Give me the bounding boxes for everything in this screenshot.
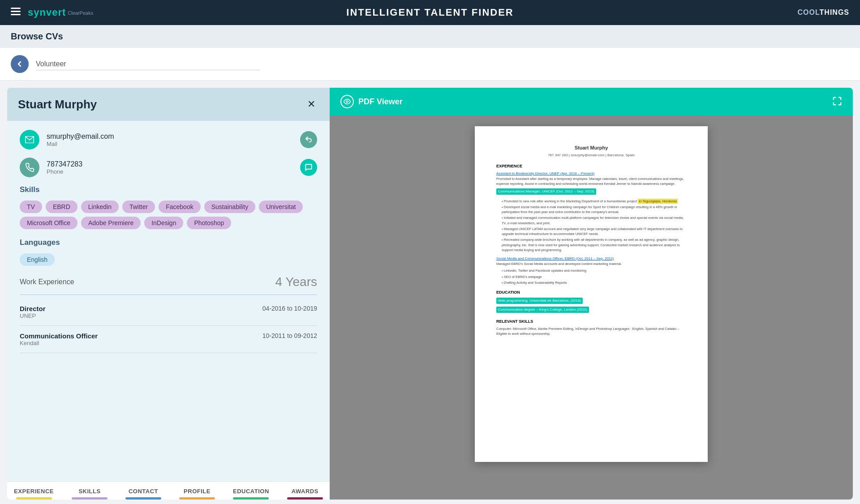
skill-tag: Linkedin: [81, 201, 119, 213]
skill-tag: InDesign: [144, 217, 183, 229]
reply-button[interactable]: [300, 131, 317, 148]
pdf-bullet: Initiated and managed communication mult…: [496, 215, 686, 226]
tab-contact[interactable]: CONTACT: [116, 485, 170, 500]
close-button[interactable]: ✕: [304, 97, 319, 112]
browse-title: Browse CVs: [11, 31, 63, 41]
email-icon: [20, 130, 39, 149]
skill-tag: TV: [20, 201, 42, 213]
pdf-eye-icon: [340, 95, 354, 108]
skill-tag: Twitter: [122, 201, 155, 213]
tab-label: PROFILE: [184, 488, 211, 495]
pdf-bullet: Linkedin, Twitter and Facebook updates a…: [496, 268, 686, 273]
menu-icon[interactable]: [11, 8, 21, 18]
tab-profile[interactable]: PROFILE: [170, 485, 224, 500]
tab-bar: [16, 497, 52, 500]
email-info: smurphy@email.com Mail: [47, 132, 317, 147]
work-exp-years: 4 Years: [275, 275, 317, 289]
tab-bar: [233, 497, 269, 500]
pdf-edu1: Web programming, Universitat de Barcelon…: [496, 298, 583, 304]
chat-button[interactable]: [300, 159, 317, 176]
header: synvert ClearPeaks INTELLIGENT TALENT FI…: [0, 0, 860, 25]
language-tag: English: [20, 253, 55, 266]
pdf-bullet: Drafting Activity and Sustainability Rep…: [496, 280, 686, 285]
tab-awards[interactable]: AWARDS: [278, 485, 330, 500]
tab-bar: [179, 497, 215, 500]
job-dates: 04-2016 to 10-2019: [262, 305, 317, 312]
skill-tag: EBRD: [46, 201, 77, 213]
tab-label: SKILLS: [78, 488, 100, 495]
job-info: Director UNEP: [20, 305, 46, 319]
pdf-doc-name: Stuart Murphy: [496, 144, 686, 152]
jobs-container: Director UNEP 04-2016 to 10-2019 Communi…: [20, 299, 317, 353]
skill-tag: Adobe Premiere: [81, 217, 141, 229]
pdf-job1-desc: Promoted to Assistant after starting as …: [496, 176, 686, 187]
pdf-job2-desc: Managed EBRD's Social Media accounts and…: [496, 261, 686, 266]
svg-point-3: [15, 60, 24, 68]
pdf-header: PDF Viewer: [330, 88, 853, 115]
cv-panel: Stuart Murphy ✕ smurphy@email.com Mail: [7, 88, 330, 500]
pdf-bullet: Developed social media and e-mail market…: [496, 205, 686, 215]
pdf-relevant-title: RELEVANT SKILLS: [496, 319, 686, 325]
tab-bar: [287, 497, 323, 500]
pdf-relevant-text: Computer: Microsoft Office, Adobe Premie…: [496, 326, 686, 337]
logo: synvert ClearPeaks: [28, 7, 93, 18]
logo-text: synvert: [28, 7, 66, 18]
skill-tag: Photoshop: [187, 217, 231, 229]
pdf-title: PDF Viewer: [358, 97, 403, 107]
skill-tag: Microsoft Office: [20, 217, 77, 229]
pdf-body: Stuart Murphy 787 347 283 | smurphy@emai…: [330, 115, 853, 500]
tab-bar: [72, 497, 108, 500]
search-input[interactable]: [36, 58, 260, 70]
pdf-expand-button[interactable]: [832, 96, 842, 107]
coolthings-cool: COOL: [798, 9, 820, 16]
cv-panel-header: Stuart Murphy ✕: [7, 88, 330, 121]
job-info: Communications Officer Kendall: [20, 332, 98, 346]
pdf-panel: PDF Viewer Stuart Murphy 787 347 283 | s…: [330, 88, 853, 500]
phone-icon: [20, 158, 39, 177]
logo-sub: ClearPeaks: [68, 10, 93, 16]
job-dates: 10-2011 to 09-2012: [262, 332, 317, 339]
cv-body: smurphy@email.com Mail 787347283: [7, 121, 330, 481]
tab-label: CONTACT: [129, 488, 158, 495]
pdf-document: Stuart Murphy 787 347 283 | smurphy@emai…: [475, 126, 708, 462]
pdf-job1-title: Assistant to Biodiversity Director, UNEP…: [496, 171, 686, 176]
languages-container: English: [20, 253, 317, 266]
svg-point-4: [346, 101, 348, 103]
tab-experience[interactable]: EXPERIENCE: [7, 485, 63, 500]
tab-skills[interactable]: SKILLS: [63, 485, 116, 500]
job-row: Director UNEP 04-2016 to 10-2019: [20, 299, 317, 326]
coolthings-things: THINGS: [820, 9, 849, 16]
work-exp-title: Work Experience: [20, 278, 74, 286]
cv-name: Stuart Murphy: [18, 98, 97, 111]
skills-container: TVEBRDLinkedinTwitterFacebookSustainabil…: [20, 201, 317, 229]
main-content: Stuart Murphy ✕ smurphy@email.com Mail: [0, 81, 860, 504]
job-company: Kendall: [20, 340, 98, 346]
phone-info: 787347283 Phone: [47, 160, 317, 175]
email-value: smurphy@email.com: [47, 132, 317, 141]
bottom-tabs: EXPERIENCESKILLSCONTACTPROFILEEDUCATIONA…: [7, 481, 330, 500]
pdf-bullet: Promoted to new role after working in th…: [496, 199, 686, 204]
pdf-bullets-1: Promoted to new role after working in th…: [496, 199, 686, 253]
pdf-job1-highlight: Communications Manager, UNICEF (Oct. 201…: [496, 188, 596, 195]
svg-rect-1: [11, 11, 21, 12]
skill-tag: Facebook: [159, 201, 200, 213]
pdf-bullet: Managed UNICEF LATAM account and negotia…: [496, 226, 686, 237]
job-title: Director: [20, 305, 46, 312]
work-exp-header: Work Experience 4 Years: [20, 275, 317, 295]
pdf-bullet: Recreated company-wide brochure by worki…: [496, 237, 686, 252]
skill-tag: Universitat: [259, 201, 303, 213]
search-bar: [0, 48, 860, 81]
browse-bar: Browse CVs: [0, 25, 860, 48]
skills-title: Skills: [20, 185, 317, 194]
pdf-bullet: SEO of EBRD's webpage: [496, 274, 686, 279]
page-title: INTELLIGENT TALENT FINDER: [346, 7, 513, 18]
pdf-education-title: EDUCATION: [496, 290, 686, 296]
languages-title: Languages: [20, 238, 317, 247]
tab-education[interactable]: EDUCATION: [224, 485, 278, 500]
phone-row: 787347283 Phone: [20, 158, 317, 177]
back-button[interactable]: [11, 55, 29, 73]
pdf-experience-title: EXPERIENCE: [496, 163, 686, 170]
tab-label: AWARDS: [292, 488, 318, 495]
skill-tag: Sustainability: [204, 201, 256, 213]
pdf-bullets-2: Linkedin, Twitter and Facebook updates a…: [496, 268, 686, 285]
